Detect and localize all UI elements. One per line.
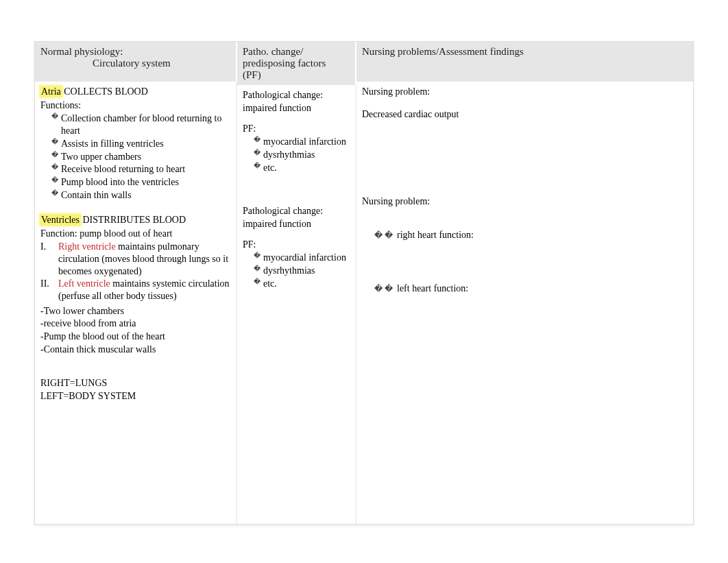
left-heart-text: left heart function: (397, 283, 468, 295)
header-col1-line1: Normal physiology: (40, 46, 230, 58)
nursing-problem-1-text: Decreased cardiac output (362, 108, 688, 121)
patho-change-1-l1: Pathological change: (243, 89, 350, 101)
column-nursing-problems: Nursing problems/Assessment findings Nur… (356, 42, 693, 524)
pf-bullets-1: myocardial infarction dysrhythmias etc. (243, 136, 350, 174)
patho-change-2-l1: Pathological change: (243, 205, 350, 217)
list-item: dysrhythmias (263, 265, 350, 277)
ventricles-highlight: Ventricles (40, 215, 80, 225)
atria-rest: COLLECTS BLOOD (62, 86, 148, 97)
extra-line: -Contain thick muscular walls (40, 344, 230, 356)
body-col3: Nursing problem: Decreased cardiac outpu… (356, 82, 693, 524)
column-normal-physiology: Normal physiology: Circulatory system At… (35, 42, 237, 524)
atria-highlight: Atria (40, 86, 62, 97)
header-col2-line1: Patho. change/ (243, 46, 350, 58)
column-patho-change: Patho. change/ predisposing factors (PF)… (237, 42, 356, 524)
left-ventricle-label: Left ventricle (58, 278, 110, 289)
list-item: etc. (263, 162, 350, 174)
extra-line: -receive blood from atria (40, 318, 230, 330)
pf-label-1: PF: (243, 123, 350, 135)
extra-line: -Two lower chambers (40, 305, 230, 318)
roman-num: I. (40, 241, 58, 278)
roman-num: II. (40, 278, 58, 302)
header-col1-line2: Circulatory system (40, 58, 230, 69)
roman-text: Right ventricle maintains pulmonary circ… (58, 241, 230, 278)
pf-label-2: PF: (243, 239, 350, 251)
arrow-icon: � � (374, 284, 393, 294)
pf-bullets-2: myocardial infarction dysrhythmias etc. (243, 252, 350, 290)
list-item: Receive blood returning to heart (61, 163, 230, 176)
header-col2-line3: (PF) (243, 69, 350, 81)
list-item: myocardial infarction (263, 252, 350, 264)
roman-row-1: I. Right ventricle maintains pulmonary c… (40, 241, 230, 278)
list-item: Assists in filling ventricles (61, 138, 230, 150)
roman-text: Left ventricle maintains systemic circul… (58, 278, 230, 302)
header-col1: Normal physiology: Circulatory system (35, 42, 237, 82)
right-heart-text: right heart function: (397, 229, 474, 241)
ventricles-line: Ventricles DISTRRIBUTES BLOOD (40, 214, 230, 226)
patho-change-2-l2: impaired function (243, 218, 350, 230)
header-col2: Patho. change/ predisposing factors (PF) (237, 42, 356, 85)
roman-row-2: II. Left ventricle maintains systemic ci… (40, 278, 230, 302)
atria-bullets: Collection chamber for blood returning t… (40, 112, 230, 202)
physiology-table: Normal physiology: Circulatory system At… (34, 41, 694, 525)
function-label: Function: pump blood out of heart (40, 228, 230, 240)
body-col2: Pathological change: impaired function P… (237, 85, 356, 524)
list-item: etc. (263, 278, 350, 290)
list-item: Two upper chambers (61, 151, 230, 163)
body-col1: Atria COLLECTS BLOOD Functions: Collecti… (35, 82, 237, 524)
patho-change-1-l2: impaired function (243, 102, 350, 115)
extra-line: -Pump the blood out of the heart (40, 331, 230, 343)
header-col2-line2: predisposing factors (243, 58, 350, 69)
nursing-problem-2-label: Nursing problem: (362, 195, 688, 208)
arrow-icon: � � (374, 230, 393, 241)
left-body: LEFT=BODY SYSTEM (40, 390, 230, 403)
list-item: Collection chamber for blood returning t… (61, 112, 230, 137)
list-item: myocardial infarction (263, 136, 350, 148)
header-col3: Nursing problems/Assessment findings (356, 42, 693, 82)
list-item: dysrhythmias (263, 149, 350, 161)
header-col3-text: Nursing problems/Assessment findings (362, 46, 688, 58)
list-item: Contain thin walls (61, 189, 230, 202)
left-heart-row: � � left heart function: (374, 283, 688, 295)
atria-line: Atria COLLECTS BLOOD (40, 86, 230, 98)
functions-label: Functions: (40, 99, 230, 112)
nursing-problem-1-label: Nursing problem: (362, 86, 688, 98)
right-heart-row: � � right heart function: (374, 229, 688, 241)
right-ventricle-label: Right ventricle (58, 241, 116, 252)
right-lungs: RIGHT=LUNGS (40, 377, 230, 390)
ventricles-rest: DISTRRIBUTES BLOOD (80, 215, 186, 225)
list-item: Pump blood into the ventricles (61, 176, 230, 189)
